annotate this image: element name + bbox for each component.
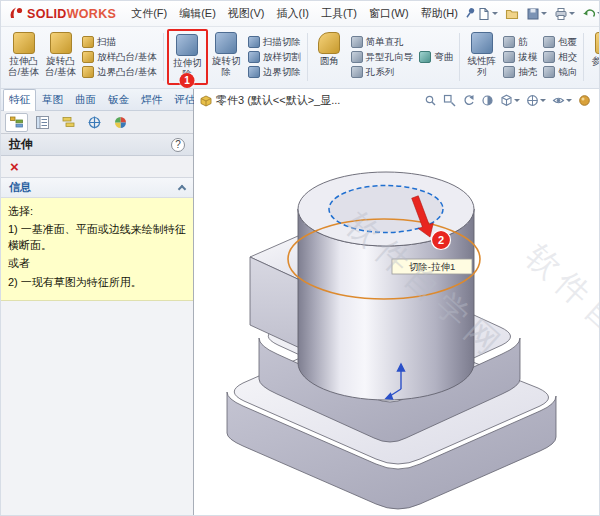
extrude-boss-button[interactable]: 拉伸凸 台/基体: [5, 29, 42, 85]
print-button[interactable]: [554, 7, 575, 21]
tab-features[interactable]: 特征: [3, 89, 36, 111]
help-icon[interactable]: ?: [171, 138, 185, 152]
property-manager-tab[interactable]: [31, 113, 54, 132]
boss-small-column: 扫描 放样凸台/基体 边界凸台/基体: [79, 29, 160, 85]
dimxpert-manager-tab[interactable]: [83, 113, 106, 132]
loft-cut-icon: [248, 51, 260, 63]
save-button[interactable]: [526, 7, 547, 21]
sweep-boss-button[interactable]: 扫描: [82, 36, 157, 49]
menu-tools[interactable]: 工具(T): [315, 1, 363, 26]
boundary-cut-button[interactable]: 边界切除: [248, 66, 301, 79]
hole-small-column: 简单直孔 异型孔向导 孔系列: [348, 29, 417, 85]
menu-view[interactable]: 视图(V): [222, 1, 271, 26]
tab-sheetmetal[interactable]: 钣金: [102, 89, 135, 110]
menu-help[interactable]: 帮助(H): [415, 1, 464, 26]
wrap-label: 包覆: [558, 36, 577, 49]
hole-wizard-button[interactable]: 异型孔向导: [351, 51, 414, 64]
step-2-badge: 2: [432, 231, 451, 250]
menu-edit[interactable]: 编辑(E): [173, 1, 222, 26]
feature-manager-tab[interactable]: [5, 113, 28, 132]
dropdown-caret-icon: [569, 12, 575, 15]
flex-small-column: 弯曲: [416, 29, 456, 85]
linear-pattern-button[interactable]: 线性阵 列: [463, 29, 500, 85]
reference-geometry-button[interactable]: 参考几 何: [587, 29, 599, 85]
section-view-button[interactable]: [481, 94, 494, 107]
revolve-cut-button[interactable]: 旋转切 除: [208, 29, 245, 85]
display-manager-tab[interactable]: [109, 113, 132, 132]
info-section-header[interactable]: 信息: [1, 178, 193, 198]
flex-icon: [419, 51, 431, 63]
linear-pattern-label2: 列: [477, 67, 487, 78]
sweep-cut-button[interactable]: 扫描切除: [248, 36, 301, 49]
menu-file[interactable]: 文件(F): [125, 1, 173, 26]
part-document-icon: [200, 95, 212, 107]
cancel-button[interactable]: ×: [10, 159, 19, 174]
new-document-button[interactable]: [477, 7, 498, 21]
display-style-button[interactable]: [526, 94, 546, 107]
loft-boss-label: 放样凸台/基体: [97, 51, 157, 64]
fillet-icon: [318, 32, 340, 54]
feature-tree-header[interactable]: 零件3 (默认<<默认>_显...: [200, 93, 340, 108]
dropdown-caret-icon: [492, 12, 498, 15]
revolve-cut-icon: [215, 32, 237, 54]
message-item-1: 1) 一基准面、平面或边线来绘制特征横断面。: [8, 222, 186, 253]
zoom-area-button[interactable]: [443, 94, 456, 107]
brand-text: SOLIDWORKS: [27, 7, 116, 21]
sweep-cut-label: 扫描切除: [263, 36, 301, 49]
open-folder-icon: [505, 7, 519, 21]
fillet-button[interactable]: 圆角: [311, 29, 348, 85]
simple-hole-button[interactable]: 简单直孔: [351, 36, 414, 49]
tab-surfaces[interactable]: 曲面: [69, 89, 102, 110]
shell-button[interactable]: 抽壳: [503, 66, 537, 79]
draft-button[interactable]: 拔模: [503, 51, 537, 64]
revolve-boss-button[interactable]: 旋转凸 台/基体: [42, 29, 79, 85]
reference-geometry-label: 参考几: [591, 56, 599, 67]
configuration-manager-icon: [61, 115, 76, 130]
previous-view-button[interactable]: [462, 94, 475, 107]
tab-sketch[interactable]: 草图: [36, 89, 69, 110]
hole-series-button[interactable]: 孔系列: [351, 66, 414, 79]
view-orientation-icon: [500, 94, 513, 107]
info-message-box: 选择: 1) 一基准面、平面或边线来绘制特征横断面。 或者 2) 一现有草图为特…: [1, 198, 193, 301]
rib-button[interactable]: 筋: [503, 36, 537, 49]
info-section-label: 信息: [9, 180, 31, 195]
quick-access-toolbar: [477, 7, 600, 21]
document-title: 零件3 (默认<<默认>_显...: [216, 93, 340, 108]
menu-insert[interactable]: 插入(I): [271, 1, 315, 26]
configuration-manager-tab[interactable]: [57, 113, 80, 132]
edit-appearance-button[interactable]: [578, 94, 591, 107]
graphics-viewport[interactable]: 零件3 (默认<<默认>_显...: [194, 89, 599, 516]
brand-solid: SOLID: [27, 7, 67, 21]
property-manager-panel: 拉伸 ? × 信息 选择: 1) 一基准面、平面或边线来绘制特征横断面。 或者 …: [1, 111, 193, 516]
tab-weldments[interactable]: 焊件: [135, 89, 168, 110]
ribbon-separator: [583, 33, 584, 81]
hide-show-items-button[interactable]: [552, 94, 572, 107]
watermark-text: 软件自学网: [519, 237, 599, 398]
model-canvas[interactable]: 2 切除-拉伸1 软件自学网 软件自学网: [194, 109, 599, 516]
hole-wizard-label: 异型孔向导: [366, 51, 414, 64]
flex-button[interactable]: 弯曲: [419, 51, 453, 64]
extrude-boss-label2: 台/基体: [8, 67, 39, 78]
open-document-button[interactable]: [505, 7, 519, 21]
loft-cut-button[interactable]: 放样切割: [248, 51, 301, 64]
display-style-icon: [526, 94, 539, 107]
revolve-boss-label2: 台/基体: [45, 67, 76, 78]
solidworks-logo: SOLIDWORKS: [8, 6, 116, 21]
view-orientation-button[interactable]: [500, 94, 520, 107]
wrap-small-column: 包覆 相交 镜向: [540, 29, 580, 85]
section-view-icon: [481, 94, 494, 107]
panel-empty-area: [1, 301, 193, 516]
extrude-boss-icon: [13, 32, 35, 54]
wrap-button[interactable]: 包覆: [543, 36, 577, 49]
intersect-button[interactable]: 相交: [543, 51, 577, 64]
print-icon: [554, 7, 568, 21]
mirror-button[interactable]: 镜向: [543, 66, 577, 79]
zoom-fit-button[interactable]: [424, 94, 437, 107]
menu-window[interactable]: 窗口(W): [363, 1, 415, 26]
pin-menu-icon[interactable]: [464, 5, 477, 23]
undo-button[interactable]: [582, 7, 600, 21]
loft-boss-button[interactable]: 放样凸台/基体: [82, 51, 157, 64]
menu-bar: SOLIDWORKS 文件(F) 编辑(E) 视图(V) 插入(I) 工具(T)…: [1, 1, 599, 27]
undo-icon: [582, 7, 596, 21]
boundary-boss-button[interactable]: 边界凸台/基体: [82, 66, 157, 79]
